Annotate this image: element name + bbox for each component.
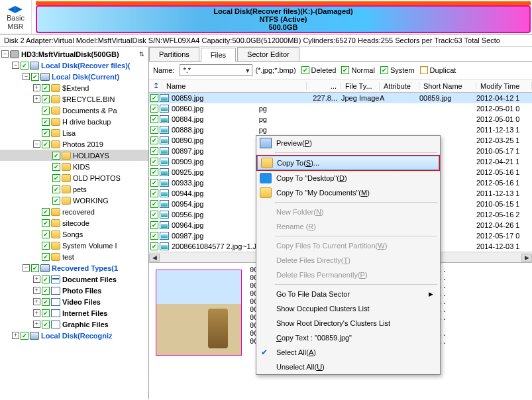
- row-checkbox[interactable]: ✔: [150, 179, 158, 187]
- modify-time: 2012-05-16 1: [476, 179, 532, 187]
- desktop-icon: [260, 173, 272, 183]
- jpg-icon: [160, 189, 169, 197]
- tree-kids[interactable]: KIDS: [73, 163, 90, 171]
- row-checkbox[interactable]: ✔: [150, 211, 158, 219]
- file-name: 00859.jpg: [172, 94, 307, 102]
- tree-part-recover[interactable]: Local Disk(Recover files)(: [41, 62, 131, 70]
- deleted-checkbox[interactable]: [301, 66, 309, 74]
- menu-copy-desktop[interactable]: Copy To "Desktop"(D): [256, 171, 440, 185]
- tree-panel[interactable]: −HD3:MsftVirtualDisk(500GB)⇅ −✔Local Dis…: [0, 47, 149, 399]
- row-checkbox[interactable]: ✔: [150, 126, 158, 134]
- menu-preview[interactable]: Preview(P): [256, 136, 440, 150]
- row-checkbox[interactable]: ✔: [150, 147, 158, 155]
- menu-show-occupied[interactable]: Show Occupied Clusters List: [256, 301, 440, 316]
- menu-show-root-clusters[interactable]: Show Root Directory's Clusters List: [256, 316, 440, 330]
- menu-copy-mydocs[interactable]: Copy To "My Documents"(M): [256, 185, 440, 200]
- tree-working[interactable]: WORKING: [73, 197, 109, 205]
- duplicate-checkbox[interactable]: [420, 66, 428, 74]
- row-checkbox[interactable]: ✔: [150, 115, 158, 123]
- jpg-icon: [160, 168, 169, 176]
- jpg-icon: [160, 242, 169, 250]
- picture-icon: [260, 138, 272, 148]
- modify-time: 2012-03-25 1: [476, 136, 532, 144]
- tree-recovered[interactable]: recovered: [62, 208, 95, 216]
- row-checkbox[interactable]: ✔: [150, 232, 158, 240]
- tree-internet-files[interactable]: Internet Files: [62, 309, 107, 317]
- menu-copy-to[interactable]: Copy To(S)...: [257, 156, 439, 170]
- tab-files[interactable]: Files: [201, 48, 236, 62]
- tree-video-files[interactable]: Video Files: [62, 298, 101, 306]
- tree-part-recogniz[interactable]: Local Disk(Recogniz: [41, 332, 113, 340]
- preview-thumbnail: [149, 263, 248, 399]
- file-row[interactable]: ✔00859.jpg227.8...Jpeg ImageA00859.jpg20…: [149, 93, 532, 103]
- context-menu: Preview(P) Copy To(S)... Copy To "Deskto…: [256, 135, 441, 375]
- row-checkbox[interactable]: ✔: [150, 221, 158, 229]
- file-name: 00860.jpg: [172, 105, 476, 113]
- tree-disk[interactable]: HD3:MsftVirtualDisk(500GB): [21, 50, 119, 58]
- modify-time: 2010-05-15 1: [476, 200, 532, 208]
- chevron-down-icon[interactable]: ▾: [246, 66, 250, 75]
- collapse-icon[interactable]: −: [1, 50, 9, 58]
- disk-banner[interactable]: Local Disk(Recover files)(K:)-(Damaged) …: [36, 1, 531, 32]
- tree-hdrive[interactable]: H drive backup: [62, 118, 111, 126]
- tree-graphic-files[interactable]: Graphic Files: [62, 321, 109, 328]
- check-icon: ✔: [261, 348, 268, 357]
- tree-extend[interactable]: $Extend: [62, 84, 89, 92]
- tree-holidays[interactable]: HOLIDAYS: [73, 152, 109, 160]
- row-checkbox[interactable]: ✔: [150, 136, 158, 144]
- filter-types: (*.jpg;*.bmp): [255, 66, 295, 74]
- tab-partitions[interactable]: Partitions: [149, 47, 199, 61]
- system-checkbox[interactable]: [380, 66, 388, 74]
- modify-time: 2010-05-17 1: [476, 147, 532, 155]
- jpg-icon: [160, 126, 169, 134]
- modify-time: 2012-04-21 1: [476, 158, 532, 166]
- tree-part-current[interactable]: Local Disk(Current): [52, 73, 119, 81]
- banner-fs: NTFS (Active): [259, 15, 307, 23]
- tree-lisa[interactable]: Lisa: [62, 129, 76, 137]
- tree-doc-files[interactable]: Document Files: [62, 275, 117, 283]
- file-row[interactable]: ✔00884.jpgpg2012-05-01 0: [149, 114, 532, 125]
- tree-docs[interactable]: Documents & Pa: [62, 107, 117, 115]
- row-checkbox[interactable]: ✔: [150, 200, 158, 208]
- jpg-icon: [160, 115, 169, 123]
- jpg-icon: [160, 200, 169, 208]
- tree-sitecode[interactable]: sitecode: [62, 219, 89, 227]
- menu-go-file-data-sector[interactable]: Go To File Data Sector▶: [256, 287, 440, 301]
- jpg-icon: [160, 179, 169, 187]
- tree-recovered-types[interactable]: Recovered Types(1: [52, 264, 118, 272]
- tree-test[interactable]: test: [62, 253, 74, 261]
- menu-select-all[interactable]: ✔Select All(A): [256, 345, 440, 360]
- row-checkbox[interactable]: ✔: [150, 189, 158, 197]
- name-label: Name:: [153, 66, 174, 74]
- modify-time: 2012-04-12 1: [476, 94, 532, 102]
- menu-copy-current-partition: Copy Files To Current Partition(W): [256, 238, 440, 253]
- tree-songs[interactable]: Songs: [62, 230, 83, 238]
- row-checkbox[interactable]: ✔: [150, 168, 158, 176]
- nav-arrows-icon: ◀▶: [8, 3, 23, 14]
- tree-photo-files[interactable]: Photo Files: [62, 287, 101, 295]
- tree-photos[interactable]: Photos 2019: [62, 140, 103, 148]
- normal-checkbox[interactable]: [341, 66, 349, 74]
- tree-recycle[interactable]: $RECYCLE.BIN: [62, 95, 115, 103]
- tree-svi[interactable]: System Volume I: [62, 242, 117, 250]
- modify-time: 2012-04-26 1: [476, 221, 532, 229]
- row-checkbox[interactable]: ✔: [150, 94, 158, 102]
- modify-time: 2012-05-01 0: [476, 105, 532, 113]
- file-row[interactable]: ✔00860.jpgpg2012-05-01 0: [149, 103, 532, 114]
- folder-icon: [260, 187, 272, 198]
- column-headers[interactable]: ↥ Name ... File Ty... Attribute Short Na…: [149, 79, 532, 93]
- layout-switch[interactable]: ◀▶ BasicMBR: [0, 0, 32, 34]
- row-checkbox[interactable]: ✔: [150, 105, 158, 113]
- menu-delete-directly: Delete Files Directly(T): [256, 253, 440, 268]
- file-row[interactable]: ✔00888.jpgpg2011-12-13 1: [149, 125, 532, 135]
- tree-oldphotos[interactable]: OLD PHOTOS: [73, 174, 121, 182]
- tab-sector-editor[interactable]: Sector Editor: [237, 47, 299, 61]
- tree-pets[interactable]: pets: [73, 185, 87, 193]
- menu-copy-text[interactable]: Copy Text : "00859.jpg": [256, 330, 440, 345]
- modify-time: 2012-05-17 0: [476, 232, 532, 240]
- name-filter-input[interactable]: [180, 64, 252, 76]
- modify-time: 2012-05-16 1: [476, 168, 532, 176]
- row-checkbox[interactable]: ✔: [150, 242, 158, 250]
- row-checkbox[interactable]: ✔: [150, 158, 158, 166]
- menu-unselect-all[interactable]: Unselect All(U): [256, 360, 440, 374]
